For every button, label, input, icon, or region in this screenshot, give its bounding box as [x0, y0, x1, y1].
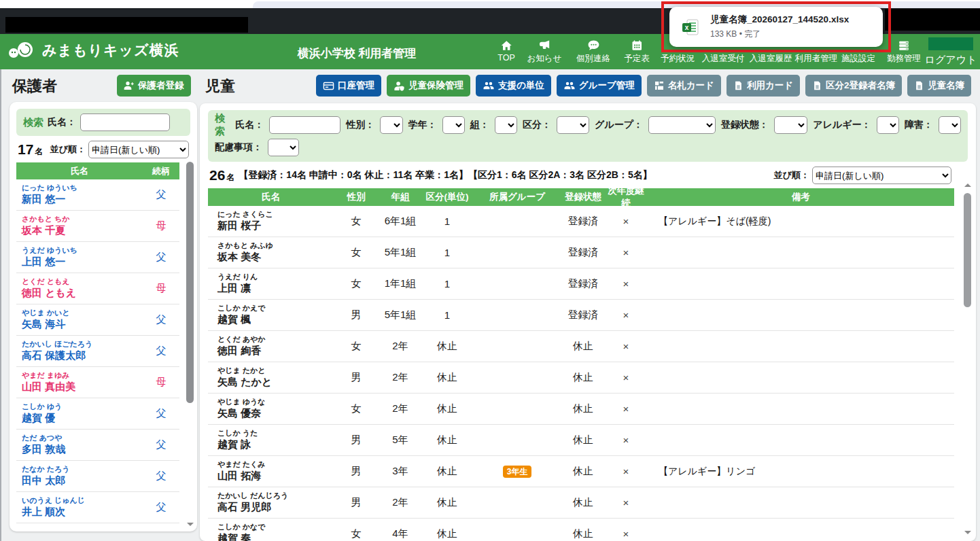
child-name[interactable]: やじま たかと矢島 たかと — [208, 366, 334, 389]
guardians-scrollbar[interactable] — [186, 162, 194, 526]
usage-card-button[interactable]: 利用カード — [727, 75, 800, 97]
child-name[interactable]: やじま ゆうな矢島 優奈 — [208, 398, 334, 420]
children-row[interactable]: こしか かなで越賀 奏女4年休止休止× — [208, 519, 954, 541]
scroll-up-arrow[interactable] — [964, 184, 971, 187]
child-gender: 女 — [334, 215, 379, 228]
children-sort-select[interactable]: 申請日(新しい順) — [812, 167, 951, 184]
child-next-year-continuation: × — [604, 403, 648, 415]
child-full-name: 高石 男児郎 — [217, 501, 334, 514]
nav-item-logout[interactable]: ログアウト — [925, 53, 977, 67]
download-notification[interactable]: x 児童名簿_20260127_144520.xlsx 133 KB • 完了 — [669, 7, 883, 47]
children-row[interactable]: にった さくらこ新田 桜子女6年1組1登録済×【アレルギー】そば(軽度) — [208, 206, 954, 237]
guardian-name[interactable]: たなか たろう田中 太郎 — [16, 465, 143, 487]
guardian-sort-select[interactable]: 申請日(新しい順) — [88, 141, 189, 158]
guardian-row[interactable]: やまだ まゆみ山田 真由美母 — [16, 367, 179, 398]
nav-item-work-management[interactable]: 勤務管理 — [887, 37, 921, 65]
child-grade: 2年 — [379, 402, 422, 415]
guardian-row[interactable]: こしか ゆう越賀 優父 — [16, 398, 179, 430]
filter-group-select[interactable] — [648, 116, 716, 134]
child-kana: こしか かえで — [217, 304, 334, 313]
child-next-year-continuation: × — [604, 466, 648, 477]
filter-class-select[interactable] — [495, 116, 517, 134]
child-kana: うえだ りん — [217, 273, 334, 282]
child-status: 休止 — [562, 496, 604, 509]
child-name[interactable]: たかいし だんじろう高石 男児郎 — [208, 491, 334, 514]
nav-item-individual-contact[interactable]: 個別連絡 — [576, 37, 610, 65]
group-management-button[interactable]: グループ管理 — [557, 75, 642, 97]
guardian-row[interactable]: さかもと ちか坂本 千夏母 — [16, 211, 179, 242]
child-insurance-button[interactable]: 児童保険管理 — [387, 75, 470, 97]
child-category: 1 — [422, 247, 472, 258]
filter-label-category: 区分： — [523, 119, 551, 131]
scroll-down-arrow[interactable] — [187, 523, 194, 526]
guardian-name[interactable]: さかもと ちか坂本 千夏 — [16, 215, 143, 237]
guardian-count: 17 — [18, 141, 33, 158]
guardian-name[interactable]: とくだ ともえ徳田 ともえ — [16, 277, 143, 300]
mascot-snail-icon — [7, 40, 37, 60]
filter-category-select[interactable] — [557, 116, 589, 134]
guardian-name[interactable]: うえだ ゆういち上田 悠一 — [16, 246, 143, 268]
filter-disability-select[interactable] — [939, 116, 961, 134]
children-row[interactable]: さかもと みふゆ坂本 美冬女5年1組1登録済× — [208, 237, 954, 268]
guardian-name[interactable]: たかいし ほごたろう高石 保護太郎 — [16, 340, 143, 362]
filter-registration-status-select[interactable] — [774, 116, 808, 134]
nav-item-news[interactable]: お知らせ — [527, 37, 562, 65]
children-row[interactable]: たかいし だんじろう高石 男児郎男2年休止休止× — [208, 487, 954, 519]
child-name[interactable]: こしか かなで越賀 奏 — [208, 523, 334, 541]
scrollbar-thumb[interactable] — [964, 193, 971, 307]
filter-considerations-select[interactable] — [268, 139, 299, 156]
guardian-row[interactable]: とくだ ともえ徳田 ともえ母 — [16, 273, 179, 304]
nav-label: 勤務管理 — [887, 53, 921, 65]
guardian-row[interactable]: やじま かいと矢島 海斗父 — [16, 304, 179, 336]
children-row[interactable]: やまだ たくみ山田 拓海男3年休止3年生休止×【アレルギー】リンゴ — [208, 456, 954, 487]
guardian-row[interactable]: たかいし ほごたろう高石 保護太郎父 — [16, 336, 179, 367]
guardian-row[interactable]: たなか たろう田中 太郎父 — [16, 461, 179, 492]
scroll-down-arrow[interactable] — [964, 531, 971, 534]
calendar-icon — [624, 37, 650, 52]
guardian-name[interactable]: いのうえ じゅんじ井上 順次 — [16, 496, 143, 519]
scrollbar-thumb[interactable] — [186, 162, 194, 403]
nav-item-schedule[interactable]: 予定表 — [624, 37, 650, 65]
child-name[interactable]: やまだ たくみ山田 拓海 — [208, 460, 334, 483]
child-next-year-continuation: × — [604, 247, 648, 258]
children-row[interactable]: やじま たかと矢島 たかと男2年休止休止× — [208, 362, 954, 394]
guardian-name-input[interactable] — [80, 114, 170, 131]
guardian-name[interactable]: ただ あつや多田 敦哉 — [16, 434, 143, 456]
guardian-row[interactable]: うえだ ゆういち上田 悠一父 — [16, 242, 179, 273]
name-tag-card-button[interactable]: 名札カード — [647, 75, 721, 97]
nav-label: 予定表 — [624, 53, 650, 65]
children-row[interactable]: とくだ あやか徳田 絢香女2年休止休止× — [208, 331, 954, 362]
child-name[interactable]: こしか うた越賀 詠 — [208, 429, 334, 451]
support-unit-button[interactable]: 支援の単位 — [476, 75, 551, 97]
children-roster-button[interactable]: 児童名簿 — [907, 75, 971, 97]
guardian-name[interactable]: こしか ゆう越賀 優 — [16, 402, 143, 425]
category2-roster-button[interactable]: 区分2登録者名簿 — [805, 75, 902, 97]
filter-grade-select[interactable] — [442, 116, 465, 134]
guardian-row[interactable]: いのうえ じゅんじ井上 順次父 — [16, 492, 179, 523]
child-name[interactable]: うえだ りん上田 凛 — [208, 273, 334, 295]
child-name[interactable]: さかもと みふゆ坂本 美冬 — [208, 241, 334, 264]
children-row[interactable]: やじま ゆうな矢島 優奈女2年休止休止× — [208, 394, 954, 425]
children-row[interactable]: こしか うた越賀 詠男5年休止休止× — [208, 425, 954, 456]
guardian-name[interactable]: やまだ まゆみ山田 真由美 — [16, 371, 143, 394]
guardian-register-button[interactable]: 保護者登録 — [117, 75, 191, 97]
children-scrollbar[interactable] — [963, 184, 972, 534]
guardian-name[interactable]: やじま かいと矢島 海斗 — [16, 309, 143, 331]
guardian-row[interactable]: にった ゆういち新田 悠一父 — [16, 179, 179, 211]
guardian-name[interactable]: にった ゆういち新田 悠一 — [16, 184, 143, 206]
guardian-row[interactable]: いのうえ じゅんじ父 — [16, 523, 179, 531]
app-logo[interactable]: みまもりキッズ横浜 — [7, 40, 179, 60]
guardian-row[interactable]: ただ あつや多田 敦哉父 — [16, 430, 179, 461]
child-name[interactable]: とくだ あやか徳田 絢香 — [208, 335, 334, 357]
children-row[interactable]: うえだ りん上田 凛女1年1組1登録済× — [208, 268, 954, 300]
filter-allergy-select[interactable] — [877, 116, 899, 134]
column-header: 区分(単位) — [422, 191, 472, 203]
child-name[interactable]: こしか かえで越賀 楓 — [208, 304, 334, 326]
guardian-full-name: 上田 悠一 — [22, 256, 143, 268]
children-row[interactable]: こしか かえで越賀 楓男5年1組1登録済× — [208, 300, 954, 331]
nav-item-top[interactable]: TOP — [497, 37, 514, 63]
filter-gender-select[interactable] — [380, 116, 402, 134]
child-name[interactable]: にった さくらこ新田 桜子 — [208, 210, 334, 232]
account-management-button[interactable]: 口座管理 — [316, 75, 381, 97]
filter-name-input[interactable] — [269, 116, 340, 134]
